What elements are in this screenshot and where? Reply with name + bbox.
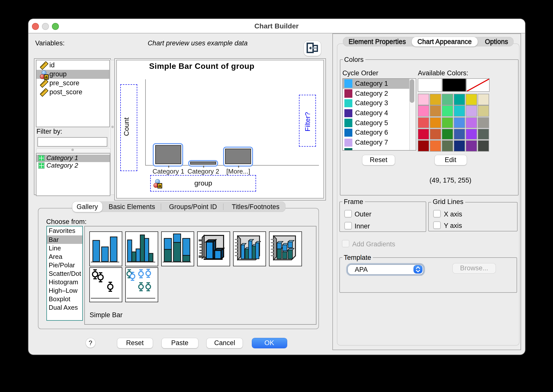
svg-text:a: a <box>45 74 47 79</box>
